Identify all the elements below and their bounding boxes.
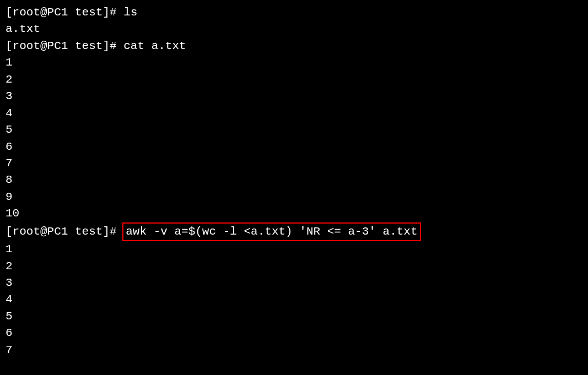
terminal-output-cat-8: 8 [6,172,582,188]
highlighted-command: awk -v a=$(wc -l <a.txt) 'NR <= a-3' a.t… [122,222,420,241]
terminal-output-cat-9: 9 [6,189,582,205]
terminal-output-awk-2: 2 [6,258,582,275]
terminal-line-ls-cmd: [root@PC1 test]# ls [6,4,582,21]
terminal-output-awk-7: 7 [6,342,582,358]
terminal-output-awk-6: 6 [6,325,582,341]
terminal-output-cat-1: 1 [6,55,582,71]
terminal-output-ls: a.txt [6,21,582,37]
terminal-prompt: [root@PC1 test]# [6,224,123,240]
terminal-output-cat-4: 4 [6,105,582,122]
terminal-output-cat-3: 3 [6,88,582,105]
terminal-output-awk-3: 3 [6,275,582,291]
terminal-output-cat-2: 2 [6,72,582,88]
terminal-output-awk-4: 4 [6,291,582,308]
terminal-output-awk-5: 5 [6,308,582,325]
terminal-output-cat-6: 6 [6,139,582,155]
terminal-output-awk-1: 1 [6,241,582,258]
terminal-output-cat-5: 5 [6,122,582,138]
terminal-output-cat-7: 7 [6,155,582,172]
terminal-output-cat-10: 10 [6,205,582,222]
terminal-line-cat-cmd: [root@PC1 test]# cat a.txt [6,38,582,55]
terminal-line-awk-cmd: [root@PC1 test]# awk -v a=$(wc -l <a.txt… [6,222,582,241]
